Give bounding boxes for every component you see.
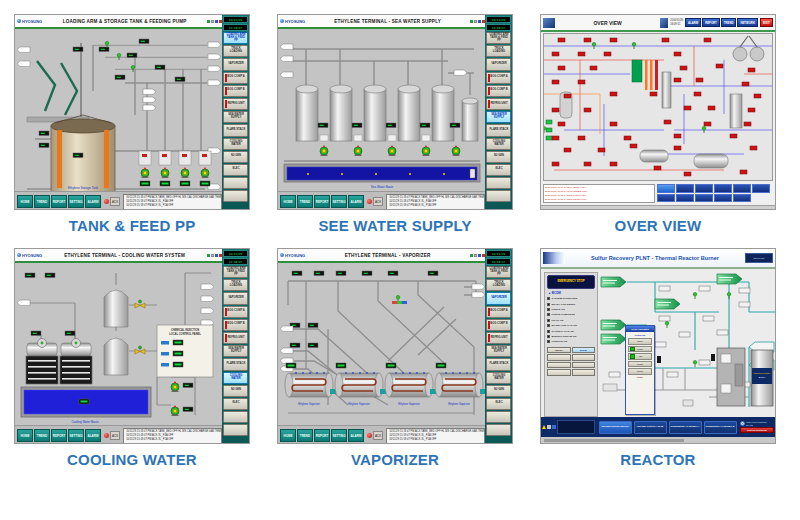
alarm-list[interactable]: 10/11/29 15:18:47 PM ACK TANK_BED OFF HL… bbox=[386, 428, 485, 444]
toolbar-button[interactable]: HOME bbox=[280, 429, 296, 442]
report-icon[interactable] bbox=[552, 425, 556, 429]
ack-button[interactable]: ACK bbox=[373, 431, 383, 440]
sidebar-button[interactable]: REFRIG UNIT bbox=[223, 332, 248, 344]
toolbar-button[interactable]: SETTING bbox=[331, 195, 347, 208]
panel-button[interactable] bbox=[572, 369, 596, 376]
valve-operation-dialog[interactable]: XV-01 Operation OPEN-INT OpenCloseAutoRe… bbox=[625, 325, 655, 415]
toolbar-button[interactable]: TREND bbox=[34, 195, 50, 208]
sidebar-button[interactable]: REFRIG UNIT bbox=[223, 98, 248, 110]
sidebar-button[interactable]: SEA WATER SUPPLY bbox=[223, 111, 248, 123]
sidebar-button[interactable]: COOLING WATER bbox=[223, 138, 248, 150]
overview-nav-button[interactable] bbox=[714, 184, 732, 193]
toolbar-button[interactable]: SETTING bbox=[68, 429, 84, 442]
panel-button[interactable]: BCDM bbox=[572, 347, 596, 354]
sidebar-button[interactable]: BOG COMP A bbox=[223, 306, 248, 318]
ack-button[interactable]: ACK bbox=[110, 197, 120, 206]
overview-nav-button[interactable] bbox=[733, 194, 751, 203]
sidebar-button[interactable]: TRUCK LOADING bbox=[486, 279, 511, 291]
sidebar-button[interactable] bbox=[223, 411, 248, 423]
sidebar-button[interactable]: BOG COMP B bbox=[486, 319, 511, 331]
sidebar-button[interactable]: FLARE STACK bbox=[223, 124, 248, 136]
overview-alarm-list[interactable]: 2010/11/29 16:09 TI-2104 TEMP HIGH2010/1… bbox=[543, 184, 655, 203]
dialog-button[interactable]: Auto bbox=[628, 353, 652, 360]
sidebar-button[interactable]: ELEC bbox=[223, 164, 248, 176]
sidebar-button[interactable] bbox=[223, 190, 248, 202]
system-shutdown-button[interactable]: System Shutdown bbox=[740, 427, 774, 433]
header-button[interactable]: REPORT bbox=[702, 18, 720, 27]
toolbar-button[interactable]: REPORT bbox=[314, 195, 330, 208]
dialog-titlebar[interactable]: XV-01 Operation bbox=[626, 326, 654, 332]
toolbar-button[interactable]: SETTING bbox=[68, 195, 84, 208]
sidebar-button[interactable]: COOLING WATER bbox=[486, 372, 511, 384]
toolbar-button[interactable]: ALARM bbox=[85, 195, 101, 208]
header-button[interactable]: TREND bbox=[721, 18, 737, 27]
ack-button[interactable]: ACK bbox=[373, 197, 383, 206]
sidebar-button[interactable]: N2 GEN bbox=[223, 151, 248, 163]
sidebar-button[interactable]: FLARE STACK bbox=[223, 358, 248, 370]
overview-nav-button[interactable] bbox=[695, 184, 713, 193]
sidebar-button[interactable]: N2 GEN bbox=[223, 385, 248, 397]
dialog-button[interactable]: Open bbox=[628, 338, 652, 345]
sidebar-button[interactable] bbox=[223, 424, 248, 436]
sidebar-button[interactable] bbox=[486, 411, 511, 423]
sidebar-button[interactable]: LOADING ARM TANK & FEED PP bbox=[486, 32, 511, 44]
sidebar-button[interactable]: ELEC bbox=[486, 398, 511, 410]
panel-button[interactable] bbox=[572, 362, 596, 369]
toolbar-button[interactable]: TREND bbox=[34, 429, 50, 442]
panel-button[interactable]: RESET bbox=[547, 347, 571, 354]
toolbar-button[interactable]: SETTING bbox=[331, 429, 347, 442]
sidebar-button[interactable]: REFRIG UNIT bbox=[486, 98, 511, 110]
panel-button[interactable] bbox=[547, 354, 571, 361]
panel-button[interactable] bbox=[547, 369, 571, 376]
alarm-list[interactable]: 10/11/29 15:18:47 PM ACK TANK_BED OFF HL… bbox=[123, 428, 222, 444]
sidebar-button[interactable] bbox=[223, 177, 248, 189]
sidebar-button[interactable]: VAPORIZER bbox=[486, 292, 511, 304]
toolbar-button[interactable]: REPORT bbox=[51, 429, 67, 442]
gallery-item-tank-feed[interactable]: HYOSUNG LOADING ARM & STORAGE TANK & FEE… bbox=[14, 14, 250, 234]
header-button[interactable]: NETWORK bbox=[737, 18, 757, 27]
toolbar-button[interactable]: REPORT bbox=[314, 429, 330, 442]
sidebar-button[interactable]: COOLING WATER bbox=[223, 372, 248, 384]
dialog-button[interactable]: Reset bbox=[628, 361, 652, 368]
toolbar-button[interactable]: ALARM bbox=[348, 195, 364, 208]
printer-icon[interactable] bbox=[547, 425, 551, 429]
sidebar-button[interactable]: BOG COMP A bbox=[223, 72, 248, 84]
sidebar-button[interactable]: ELEC bbox=[486, 164, 511, 176]
sidebar-button[interactable] bbox=[486, 190, 511, 202]
toolbar-button[interactable]: HOME bbox=[17, 429, 33, 442]
sidebar-button[interactable]: N2 GEN bbox=[486, 151, 511, 163]
sidebar-button[interactable] bbox=[486, 177, 511, 189]
gallery-item-overview[interactable]: OVER VIEW 2010/11/29 16:09:51 ALARMREPOR… bbox=[540, 14, 776, 234]
header-button[interactable]: ALARM bbox=[685, 18, 701, 27]
sidebar-button[interactable]: BOG COMP A bbox=[486, 72, 511, 84]
sidebar-button[interactable]: BOG COMP B bbox=[486, 85, 511, 97]
reactor-nav-button[interactable]: Thermal Reactor Burner bbox=[599, 421, 632, 434]
sidebar-button[interactable]: FLARE STACK bbox=[486, 358, 511, 370]
toolbar-button[interactable]: HOME bbox=[280, 195, 296, 208]
reactor-nav-button[interactable]: Combustion Air Blower B bbox=[704, 421, 737, 434]
sidebar-button[interactable]: LOADING ARM TANK & FEED PP bbox=[223, 32, 248, 44]
overview-nav-button[interactable] bbox=[714, 194, 732, 203]
overview-nav-button[interactable] bbox=[752, 184, 770, 193]
toolbar-button[interactable]: ALARM bbox=[85, 429, 101, 442]
sidebar-button[interactable]: BOG COMP A bbox=[486, 306, 511, 318]
exit-button[interactable]: EXIT bbox=[760, 18, 773, 27]
overview-nav-button[interactable] bbox=[695, 194, 713, 203]
overview-nav-button[interactable] bbox=[657, 184, 675, 193]
dialog-button[interactable]: Close bbox=[628, 346, 652, 353]
toolbar-button[interactable]: HOME bbox=[17, 195, 33, 208]
sidebar-button[interactable]: TRUCK LOADING bbox=[223, 279, 248, 291]
gallery-item-cooling[interactable]: HYOSUNG ETHYLENE TERMINAL - COOLING WATE… bbox=[14, 248, 250, 468]
gallery-item-sea-water[interactable]: HYOSUNG ETHYLENE TERMINAL - SEA WATER SU… bbox=[277, 14, 513, 234]
alarm-list[interactable]: 10/11/29 15:18:47 PM ACK TANK_BED OFF HL… bbox=[123, 194, 222, 210]
gallery-item-vaporizer[interactable]: HYOSUNG ETHYLENE TERMINAL - VAPORIZER bbox=[277, 248, 513, 468]
overview-nav-button[interactable] bbox=[676, 184, 694, 193]
sidebar-button[interactable]: BOG COMP B bbox=[223, 85, 248, 97]
reactor-nav-button[interactable]: Combustion Air Blower A bbox=[669, 421, 702, 434]
sidebar-button[interactable]: LOADING ARM TANK & FEED PP bbox=[223, 266, 248, 278]
sidebar-button[interactable]: BOG COMP B bbox=[223, 319, 248, 331]
panel-button[interactable] bbox=[547, 362, 571, 369]
sidebar-button[interactable]: SEA WATER SUPPLY bbox=[223, 345, 248, 357]
sidebar-button[interactable]: FLARE STACK bbox=[486, 124, 511, 136]
toolbar-button[interactable]: ALARM bbox=[348, 429, 364, 442]
